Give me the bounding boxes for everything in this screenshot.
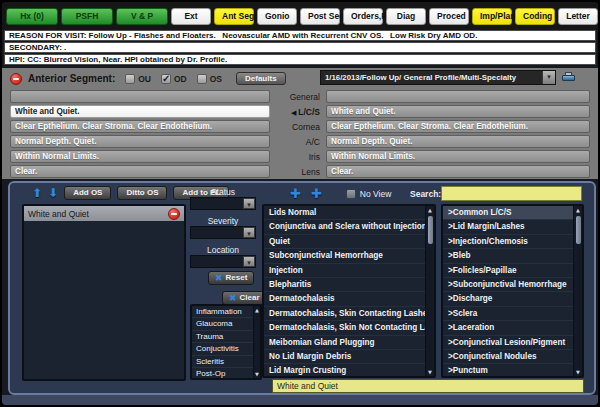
- as-right-general[interactable]: [326, 90, 590, 103]
- as-label-general[interactable]: General: [270, 92, 326, 102]
- group-item[interactable]: >Lid Margin/Lashes: [443, 220, 582, 234]
- ou-checkbox[interactable]: [125, 74, 135, 84]
- tab-gonio[interactable]: Gonio: [257, 8, 297, 25]
- finding-item[interactable]: Quiet: [264, 235, 434, 249]
- group-item[interactable]: >Discharge: [443, 292, 582, 306]
- tab-coding[interactable]: Coding: [515, 8, 555, 25]
- eye-option-os[interactable]: OS: [197, 74, 222, 84]
- finding-item[interactable]: Subconjunctival Hemorrhage: [264, 249, 434, 263]
- group-item[interactable]: >Common L/C/S: [443, 206, 582, 220]
- as-left-ac[interactable]: Normal Depth. Quiet.: [10, 135, 270, 148]
- clear-button[interactable]: ✖Clear: [222, 291, 267, 305]
- remove-finding-icon[interactable]: [168, 208, 180, 220]
- as-right-cornea[interactable]: Clear Epthelium. Clear Stroma. Clear End…: [326, 120, 590, 133]
- finding-item[interactable]: Lids Normal: [264, 206, 434, 220]
- tab-imp-plan[interactable]: Imp/Plan: [472, 8, 512, 25]
- category-scrollbar[interactable]: ▲ ▼: [253, 306, 260, 378]
- as-left-cornea[interactable]: Clear Epthelium. Clear Stroma. Clear End…: [10, 120, 270, 133]
- group-item[interactable]: >Injection/Chemosis: [443, 235, 582, 249]
- as-right-lcs[interactable]: White and Quiet.: [326, 105, 590, 118]
- disable-section-icon[interactable]: [10, 73, 22, 85]
- category-item[interactable]: Post-Op: [192, 368, 260, 380]
- as-right-ac[interactable]: Normal Depth. Quiet.: [326, 135, 590, 148]
- finding-item[interactable]: Dermatochalasis, Skin Not Contacting Las…: [264, 321, 434, 335]
- nav-button-hx[interactable]: Hx (0): [6, 8, 58, 25]
- as-label-iris[interactable]: Iris: [270, 152, 326, 162]
- group-item[interactable]: >Punctum: [443, 364, 582, 378]
- chevron-down-icon[interactable]: ▼: [243, 256, 255, 267]
- location-filter-select[interactable]: ▼: [190, 255, 256, 268]
- scroll-down-icon[interactable]: ▼: [255, 370, 259, 378]
- tab-ext[interactable]: Ext: [171, 8, 211, 25]
- printer-icon[interactable]: [562, 72, 575, 83]
- category-item[interactable]: Glaucoma: [192, 318, 260, 330]
- group-item[interactable]: >Sclera: [443, 307, 582, 321]
- category-item[interactable]: Scleritis: [192, 356, 260, 368]
- as-left-lcs[interactable]: White and Quiet.: [10, 105, 270, 118]
- reset-button[interactable]: ✖Reset: [208, 271, 254, 285]
- as-right-lens[interactable]: Clear.: [326, 165, 590, 178]
- finding-item[interactable]: Conjunctiva and Sclera without Injection: [264, 220, 434, 234]
- tab-proced[interactable]: Proced: [429, 8, 469, 25]
- move-down-icon[interactable]: ⬇: [48, 186, 58, 200]
- findings-scrollbar[interactable]: ▲ ▼: [425, 206, 434, 376]
- finding-item[interactable]: Injection: [264, 264, 434, 278]
- chevron-down-icon[interactable]: ▼: [542, 71, 555, 84]
- profile-dropdown[interactable]: 1/16/2013/Follow Up/ General Profile/Mul…: [320, 70, 556, 85]
- od-checkbox[interactable]: [161, 74, 171, 84]
- no-view-checkbox[interactable]: [346, 189, 356, 199]
- as-label-ac[interactable]: A/C: [270, 137, 326, 147]
- as-label-lcs[interactable]: ◀L/C/S: [270, 107, 326, 117]
- groups-scrollbar[interactable]: ▲ ▼: [573, 206, 582, 376]
- finding-item[interactable]: Blepharitis: [264, 278, 434, 292]
- group-item[interactable]: >Conjunctival Lesion/Pigment: [443, 336, 582, 350]
- secondary-field[interactable]: SECONDARY: .: [4, 42, 596, 53]
- defaults-button[interactable]: Defaults: [236, 72, 286, 85]
- scroll-down-icon[interactable]: ▼: [428, 368, 432, 376]
- tab-letter[interactable]: Letter: [558, 8, 598, 25]
- selected-finding-row[interactable]: White and Quiet: [24, 206, 184, 221]
- group-item[interactable]: >Conjunctival Nodules: [443, 350, 582, 364]
- reason-for-visit-field[interactable]: REASON FOR VISIT: Follow Up - Flashes an…: [4, 30, 596, 41]
- eye-option-od[interactable]: OD: [161, 74, 187, 84]
- category-item[interactable]: Conjuctivitis: [192, 343, 260, 355]
- tab-ant-seg[interactable]: Ant Seg: [214, 8, 254, 25]
- eye-option-ou[interactable]: OU: [125, 74, 151, 84]
- status-filter-select[interactable]: ▼: [190, 197, 256, 210]
- finding-item[interactable]: Dermatochalasis, Skin Contacting Lashes: [264, 307, 434, 321]
- group-item[interactable]: >Folicles/Papillae: [443, 264, 582, 278]
- search-input[interactable]: [441, 186, 582, 201]
- finding-item[interactable]: Dermatochalasis: [264, 292, 434, 306]
- os-checkbox[interactable]: [197, 74, 207, 84]
- as-label-cornea[interactable]: Cornea: [270, 122, 326, 132]
- category-item[interactable]: Trauma: [192, 331, 260, 343]
- as-right-iris[interactable]: Within Normal Limits.: [326, 150, 590, 163]
- move-up-icon[interactable]: ⬆: [32, 186, 42, 200]
- tab-orders-pl[interactable]: Orders,PL: [343, 8, 383, 25]
- chevron-down-icon[interactable]: ▼: [243, 198, 255, 209]
- no-view-toggle[interactable]: No View: [346, 189, 392, 199]
- tab-post-seg[interactable]: Post Seg: [300, 8, 340, 25]
- as-label-lens[interactable]: Lens: [270, 167, 326, 177]
- group-item[interactable]: >Bleb: [443, 249, 582, 263]
- severity-filter-select[interactable]: ▼: [190, 226, 256, 239]
- tab-diag[interactable]: Diag: [386, 8, 426, 25]
- add-os-button[interactable]: Add OS: [64, 186, 111, 200]
- finding-item[interactable]: No Lid Margin Debris: [264, 350, 434, 364]
- finding-item[interactable]: Lid Margin Crusting: [264, 364, 434, 378]
- nav-button-vp[interactable]: V & P: [116, 8, 168, 25]
- scroll-thumb[interactable]: [576, 216, 581, 244]
- finding-item[interactable]: Meibomian Gland Plugging: [264, 336, 434, 350]
- scroll-thumb[interactable]: [428, 216, 433, 244]
- nav-button-psfh[interactable]: PSFH: [61, 8, 113, 25]
- as-left-general[interactable]: [10, 90, 270, 103]
- scroll-up-icon[interactable]: ▲: [428, 206, 432, 214]
- scroll-up-icon[interactable]: ▲: [576, 206, 580, 214]
- scroll-down-icon[interactable]: ▼: [576, 368, 580, 376]
- group-item[interactable]: >Laceration: [443, 321, 582, 335]
- hpi-field[interactable]: HPI: CC: Blurred Vision, Near. HPI obtai…: [4, 54, 596, 65]
- add-finding-alt-icon[interactable]: ✚: [311, 186, 322, 201]
- as-left-lens[interactable]: Clear.: [10, 165, 270, 178]
- category-item[interactable]: Inflammation: [192, 306, 260, 318]
- chevron-down-icon[interactable]: ▼: [243, 227, 255, 238]
